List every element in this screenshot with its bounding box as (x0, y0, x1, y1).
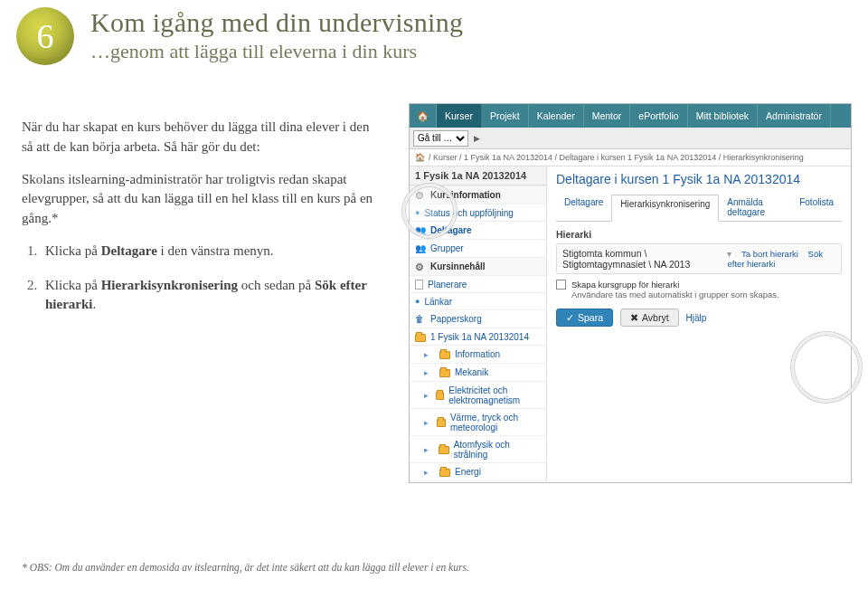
folder-icon (439, 369, 450, 377)
tree-root[interactable]: 1 Fysik 1a NA 20132014 (410, 328, 546, 345)
folder-icon (439, 446, 448, 454)
top-nav: 🏠 Kurser Projekt Kalender Mentor ePortfo… (410, 104, 851, 128)
chevron-icon (424, 444, 434, 455)
page-subtitle: …genom att lägga till eleverna i din kur… (90, 40, 463, 63)
help-link[interactable]: Hjälp (686, 313, 707, 323)
side-item-status[interactable]: ●Status och uppföljning (410, 204, 546, 221)
goto-select[interactable]: Gå till … (413, 130, 468, 147)
tab-fotolista[interactable]: Fotolista (791, 194, 842, 221)
footnote: * OBS: Om du använder en demosida av its… (22, 562, 469, 573)
checkbox-note: Användare tas med automatiskt i grupper … (571, 290, 779, 299)
side-item-papperskorg[interactable]: Papperskorg (410, 309, 546, 328)
step-2: Klicka på Hierarkisynkronisering och sed… (27, 276, 383, 316)
nav-bibliotek[interactable]: Mitt bibliotek (688, 104, 758, 128)
side-group-kursinnehall: Kursinnehåll (410, 257, 546, 275)
tree-information[interactable]: Information (410, 345, 546, 363)
page-number-badge: 6 (16, 7, 74, 65)
cancel-button[interactable]: ✖Avbryt (620, 309, 679, 327)
hier-label: Hierarki (556, 229, 842, 240)
goto-arrow-icon[interactable]: ▶ (474, 134, 480, 143)
intro-para-2: Skolans itslearning-administratör har tr… (22, 170, 383, 229)
tabs: Deltagare Hierarkisynkronisering Anmälda… (556, 194, 842, 222)
secondary-bar: Gå till … ▶ (410, 128, 851, 149)
sidebar: 1 Fysik 1a NA 20132014 Kursinformation ●… (410, 166, 547, 481)
gear-icon (415, 261, 426, 272)
page-icon (415, 280, 423, 290)
checkbox-row: Skapa kursgrupp för hierarki Användare t… (556, 280, 842, 299)
chevron-icon (424, 390, 431, 401)
nav-mentor[interactable]: Mentor (584, 104, 631, 128)
screenshot: 🏠 Kurser Projekt Kalender Mentor ePortfo… (409, 103, 852, 483)
breadcrumb: 🏠 / Kurser / 1 Fysik 1a NA 20132014 / De… (410, 149, 851, 166)
side-item-grupper[interactable]: Grupper (410, 239, 546, 257)
content-area: Deltagare i kursen 1 Fysik 1a NA 2013201… (547, 166, 851, 481)
trash-icon (415, 314, 426, 325)
chevron-icon (424, 349, 435, 360)
instruction-list: Klicka på Deltagare i den vänstra menyn.… (27, 242, 383, 315)
tree-elektricitet[interactable]: Elektricitet och elektromagnetism (410, 381, 546, 408)
breadcrumb-text: / Kurser / 1 Fysik 1a NA 20132014 / Delt… (429, 153, 804, 162)
page-number: 6 (37, 16, 54, 56)
tab-anmalda[interactable]: Anmälda deltagare (719, 194, 791, 221)
nav-projekt[interactable]: Projekt (482, 104, 529, 128)
heading: Kom igång med din undervisning …genom at… (90, 7, 463, 63)
folder-icon (439, 469, 450, 477)
people-icon (415, 243, 426, 254)
folder-icon (437, 419, 446, 427)
save-button[interactable]: ✓Spara (556, 309, 613, 327)
people-icon (415, 225, 426, 236)
tree-varme[interactable]: Värme, tryck och meteorologi (410, 408, 546, 435)
side-item-planerare[interactable]: Planerare (410, 275, 546, 292)
chevron-icon (424, 417, 432, 428)
nav-kalender[interactable]: Kalender (529, 104, 584, 128)
tab-hierarkisynk[interactable]: Hierarkisynkronisering (611, 195, 719, 222)
folder-icon (415, 334, 426, 342)
checkbox-label: Skapa kursgrupp för hierarki (571, 280, 779, 290)
hier-value: Stigtomta kommun \ Stigtomtagymnasiet \ … (562, 248, 722, 270)
body-text: När du har skapat en kurs behöver du läg… (22, 118, 383, 329)
nav-eportfolio[interactable]: ePortfolio (630, 104, 687, 128)
side-item-lankar[interactable]: ●Länkar (410, 292, 546, 309)
create-group-checkbox[interactable] (556, 280, 566, 290)
tree-astronomi[interactable]: Astronomi (410, 480, 546, 481)
content-title: Deltagare i kursen 1 Fysik 1a NA 2013201… (556, 172, 842, 186)
chevron-icon (424, 367, 435, 378)
step-1: Klicka på Deltagare i den vänstra menyn. (27, 242, 383, 261)
tab-deltagare[interactable]: Deltagare (556, 194, 611, 221)
home-icon[interactable]: 🏠 (410, 104, 437, 128)
hier-row: Stigtomta kommun \ Stigtomtagymnasiet \ … (556, 243, 842, 274)
folder-icon (439, 351, 450, 359)
tree-mekanik[interactable]: Mekanik (410, 363, 546, 381)
folder-icon (436, 392, 444, 400)
tree-energi[interactable]: Energi (410, 462, 546, 480)
breadcrumb-home-icon[interactable]: 🏠 (415, 153, 425, 162)
gear-icon (415, 190, 426, 201)
nav-admin[interactable]: Administratör (758, 104, 831, 128)
course-title: 1 Fysik 1a NA 20132014 (410, 166, 546, 185)
remove-hier-link[interactable]: Ta bort hierarki (741, 249, 798, 259)
intro-para-1: När du har skapat en kurs behöver du läg… (22, 118, 383, 157)
tree-atomfysik[interactable]: Atomfysik och strålning (410, 435, 546, 462)
side-group-kursinfo: Kursinformation (410, 185, 546, 204)
chevron-icon (424, 467, 435, 478)
side-item-deltagare[interactable]: Deltagare (410, 221, 546, 239)
nav-kurser[interactable]: Kurser (437, 104, 482, 128)
button-row: ✓Spara ✖Avbryt Hjälp (556, 309, 842, 327)
page-title: Kom igång med din undervisning (90, 7, 463, 38)
